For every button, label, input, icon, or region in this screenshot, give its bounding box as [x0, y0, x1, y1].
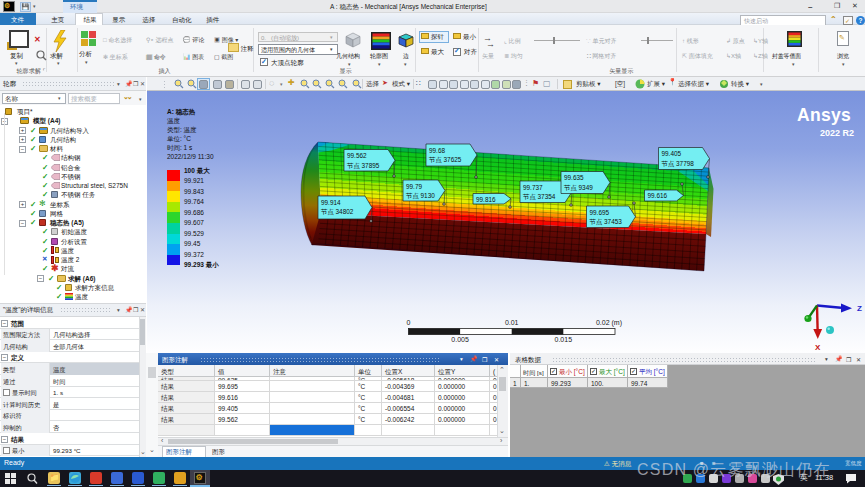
svg-text:0.02 (m): 0.02 (m) — [596, 319, 622, 327]
svg-text:节点 37453: 节点 37453 — [589, 218, 623, 226]
svg-text:0: 0 — [407, 319, 411, 326]
svg-text:99.562: 99.562 — [347, 152, 367, 159]
svg-text:节点 37798: 节点 37798 — [661, 160, 695, 168]
svg-text:99.616: 99.616 — [648, 192, 668, 199]
svg-text:99.68: 99.68 — [429, 147, 445, 154]
svg-text:节点 37895: 节点 37895 — [346, 162, 380, 170]
svg-text:节点 9349: 节点 9349 — [563, 184, 593, 192]
svg-text:Z: Z — [857, 304, 862, 313]
svg-text:节点 37354: 节点 37354 — [522, 193, 556, 201]
svg-text:节点 37625: 节点 37625 — [428, 156, 462, 164]
svg-text:99.737: 99.737 — [523, 184, 543, 191]
svg-text:99.816: 99.816 — [476, 196, 496, 203]
svg-text:节点 9130: 节点 9130 — [405, 192, 435, 200]
svg-text:99.79: 99.79 — [406, 183, 422, 190]
svg-text:99.914: 99.914 — [321, 199, 341, 206]
svg-text:0.015: 0.015 — [555, 336, 573, 343]
svg-text:X: X — [815, 343, 821, 352]
svg-text:节点 34802: 节点 34802 — [320, 208, 354, 216]
svg-text:99.405: 99.405 — [662, 150, 682, 157]
svg-text:0.01: 0.01 — [505, 319, 519, 326]
svg-text:99.635: 99.635 — [564, 174, 584, 181]
svg-text:99.695: 99.695 — [590, 209, 610, 216]
svg-text:0.005: 0.005 — [451, 336, 469, 343]
